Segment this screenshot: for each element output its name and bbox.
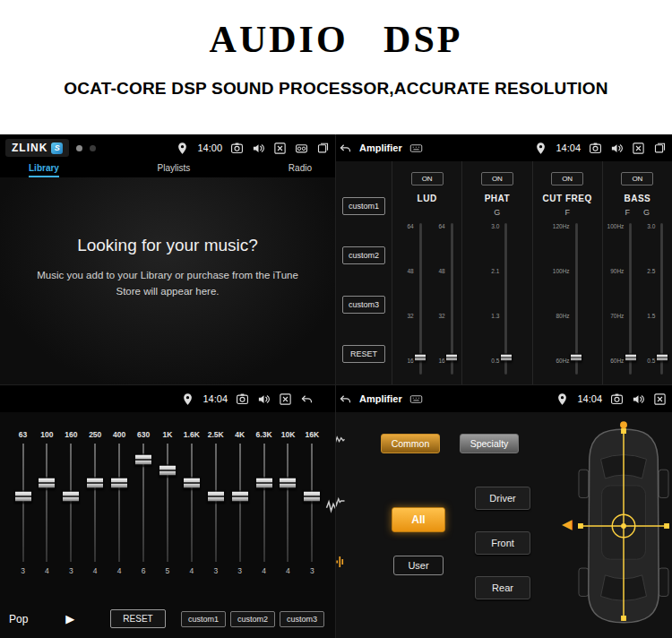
recents-icon[interactable]: [653, 142, 667, 155]
preset-custom3-button[interactable]: custom3: [342, 296, 385, 314]
camera-icon[interactable]: [589, 142, 602, 155]
channel-name: LUD: [418, 194, 437, 203]
chevron-left-icon[interactable]: ◀: [562, 516, 573, 532]
slider-thumb[interactable]: [134, 454, 152, 466]
keyboard-icon[interactable]: [409, 392, 423, 406]
preset-custom2-button[interactable]: custom2: [342, 246, 385, 264]
zone-all-button[interactable]: All: [392, 507, 445, 532]
eq-band-slider[interactable]: [228, 444, 251, 562]
slider-thumb[interactable]: [86, 477, 104, 488]
eq-band-slider[interactable]: [180, 444, 202, 562]
slider-thumb[interactable]: [159, 465, 177, 477]
eq-band-slider[interactable]: [253, 444, 275, 562]
preset-custom2-button[interactable]: custom2: [230, 611, 275, 627]
close-box-icon[interactable]: [279, 392, 292, 406]
back-icon[interactable]: [339, 392, 352, 406]
dsp-slider[interactable]: 64483216: [397, 221, 426, 376]
location-pin-icon[interactable]: [181, 392, 194, 406]
seat-driver-button[interactable]: Driver: [475, 487, 530, 510]
speaker-icon[interactable]: [257, 392, 271, 406]
tab-library[interactable]: Library: [29, 163, 59, 177]
band-value: 6: [142, 566, 146, 575]
dsp-slider[interactable]: 3.02.51.50.5: [638, 221, 668, 376]
eq-band-slider[interactable]: [108, 444, 131, 562]
slider-thumb[interactable]: [500, 354, 513, 362]
play-icon[interactable]: ▶: [65, 613, 74, 625]
camera-icon[interactable]: [230, 142, 244, 155]
eq-reset-button[interactable]: RESET: [110, 609, 165, 628]
preset-reset-button[interactable]: RESET: [342, 345, 385, 363]
camera-icon[interactable]: [610, 392, 624, 406]
preset-custom1-button[interactable]: custom1: [342, 197, 385, 215]
seat-front-button[interactable]: Front: [475, 531, 530, 555]
eq-band-slider[interactable]: [36, 444, 58, 562]
recents-icon[interactable]: [316, 142, 330, 155]
eq-preset-selector[interactable]: Pop: [9, 613, 28, 625]
waveform-icon-active[interactable]: [336, 554, 346, 570]
dsp-slider[interactable]: 120Hz100Hz80Hz60Hz: [553, 221, 582, 376]
page-subtitle: OCAT-CORE DSP SOUND PROCESSOR,ACCURATE R…: [0, 79, 672, 99]
radio-icon[interactable]: [295, 142, 308, 155]
location-pin-icon[interactable]: [534, 142, 547, 155]
preset-custom3-button[interactable]: custom3: [280, 611, 324, 627]
slider-thumb[interactable]: [110, 477, 128, 488]
band-value: 4: [45, 566, 49, 575]
channel-on-button[interactable]: ON: [621, 172, 653, 185]
eq-band-slider[interactable]: [156, 444, 178, 562]
speaker-icon[interactable]: [252, 142, 265, 155]
eq-band-160: 1603: [60, 430, 82, 575]
speaker-icon[interactable]: [610, 142, 624, 155]
eq-band-slider[interactable]: [60, 444, 82, 562]
close-box-icon[interactable]: [653, 392, 667, 406]
band-value: 3: [213, 566, 218, 575]
car-top-view-graphic[interactable]: [578, 419, 669, 629]
slider-thumb[interactable]: [62, 491, 80, 503]
back-icon[interactable]: [339, 142, 352, 155]
tab-playlists[interactable]: Playlists: [158, 163, 191, 177]
eq-band-slider[interactable]: [12, 444, 34, 562]
location-pin-icon[interactable]: [176, 142, 189, 155]
slider-thumb[interactable]: [14, 491, 32, 503]
preset-custom1-button[interactable]: custom1: [181, 611, 226, 627]
waveform-icon[interactable]: [336, 493, 346, 509]
slider-thumb[interactable]: [303, 491, 321, 503]
camera-icon[interactable]: [236, 392, 249, 406]
slider-thumb[interactable]: [414, 354, 426, 362]
channel-on-button[interactable]: ON: [551, 172, 583, 185]
slider-thumb[interactable]: [183, 477, 201, 488]
eq-band-slider[interactable]: [277, 444, 299, 562]
channel-on-button[interactable]: ON: [411, 172, 444, 185]
slider-thumb[interactable]: [656, 354, 668, 362]
channel-on-button[interactable]: ON: [481, 172, 513, 185]
slider-thumb[interactable]: [207, 491, 225, 503]
slider-thumb[interactable]: [255, 477, 273, 488]
slider-thumb[interactable]: [38, 477, 56, 488]
slider-thumb[interactable]: [625, 354, 637, 362]
tab-radio[interactable]: Radio: [289, 163, 312, 177]
eq-band-slider[interactable]: [204, 444, 227, 562]
zone-user-button[interactable]: User: [393, 556, 444, 575]
back-icon[interactable]: [300, 392, 314, 406]
speaker-icon[interactable]: [632, 392, 645, 406]
seat-rear-button[interactable]: Rear: [475, 576, 530, 599]
waveform-icon[interactable]: [336, 432, 346, 448]
slider-thumb[interactable]: [231, 491, 249, 503]
dsp-slider[interactable]: 3.02.11.30.5: [482, 221, 512, 376]
location-pin-icon[interactable]: [556, 392, 569, 406]
keyboard-icon[interactable]: [409, 142, 423, 155]
slider-thumb[interactable]: [570, 354, 582, 362]
close-box-icon[interactable]: [632, 142, 645, 155]
eq-band-slider[interactable]: [84, 444, 107, 562]
tab-common[interactable]: Common: [381, 434, 440, 453]
dsp-slider[interactable]: 64483216: [428, 221, 458, 376]
dsp-slider[interactable]: 100Hz90Hz70Hz60Hz: [607, 221, 636, 376]
eq-band-slider[interactable]: [301, 444, 323, 562]
zlink-logo[interactable]: ZLINK S: [5, 139, 69, 157]
tab-specialty[interactable]: Specialty: [460, 434, 519, 453]
close-box-icon[interactable]: [273, 142, 287, 155]
eq-band-slider[interactable]: [133, 444, 155, 562]
slider-thumb[interactable]: [279, 477, 297, 488]
slider-thumb[interactable]: [445, 354, 458, 362]
scale-tick: 100Hz: [553, 268, 570, 274]
eq-band-630: 6306: [133, 430, 155, 575]
